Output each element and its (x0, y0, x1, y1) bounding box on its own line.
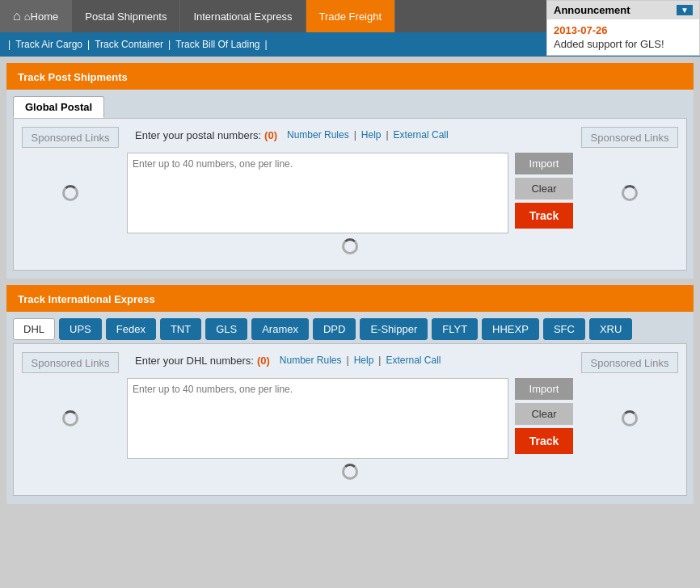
announcement-header: Announcement ▼ (547, 1, 699, 19)
intl-input-row: Import Clear Track (127, 378, 573, 459)
carrier-tab-tnt[interactable]: TNT (160, 318, 201, 340)
postal-input-label: Enter your postal numbers: (135, 129, 261, 141)
intl-main-content: Import Clear Track (22, 378, 678, 459)
postal-spinner-bottom (342, 238, 358, 254)
carrier-tab-xru[interactable]: XRU (589, 318, 632, 340)
carrier-tab-dpd[interactable]: DPD (313, 318, 356, 340)
intl-section-title: Track International Express (18, 293, 155, 305)
postal-count: (0) (264, 129, 277, 141)
home-icon: ⌂ (24, 10, 31, 23)
carrier-tab-gls-label: GLS (216, 323, 237, 335)
postal-number-rules[interactable]: Number Rules (287, 129, 349, 141)
subnav-container[interactable]: Track Container (91, 39, 167, 50)
postal-clear-button[interactable]: Clear (515, 178, 573, 200)
carrier-tab-hhexp-label: HHEXP (492, 323, 529, 335)
intl-content-area: Sponsored Links Enter your DHL numbers: … (13, 343, 687, 496)
carrier-tab-sfc[interactable]: SFC (543, 318, 585, 340)
intl-track-button[interactable]: Track (515, 428, 573, 454)
postal-right-spinner (581, 153, 678, 233)
postal-textarea[interactable] (127, 153, 508, 233)
subnav-air-cargo[interactable]: Track Air Cargo (12, 39, 86, 50)
tab-global-postal[interactable]: Global Postal (13, 96, 104, 118)
announcement-date: 2013-07-26 (554, 24, 693, 36)
carrier-tab-aramex[interactable]: Aramex (251, 318, 309, 340)
intl-left-spinner (22, 378, 119, 459)
postal-tab-bar: Global Postal (6, 90, 694, 118)
announcement-panel: Announcement ▼ 2013-07-26 Added support … (546, 0, 700, 56)
announcement-toggle[interactable]: ▼ (677, 5, 693, 15)
postal-bottom-spinner (22, 233, 678, 262)
nav-postal-label: Postal Shipments (85, 10, 167, 23)
intl-input-label-row: Enter your DHL numbers: (0) Number Rules… (119, 352, 581, 368)
intl-input-label: Enter your DHL numbers: (135, 355, 254, 367)
carrier-tab-ups-label: UPS (70, 323, 91, 335)
carrier-tab-sfc-label: SFC (554, 323, 575, 335)
postal-left-spinner (22, 153, 119, 233)
nav-trade[interactable]: Trade Freight (306, 0, 396, 32)
carrier-tab-xru-label: XRU (600, 323, 622, 335)
postal-sponsored-left: Sponsored Links (22, 127, 119, 148)
postal-external-call[interactable]: External Call (394, 129, 449, 141)
intl-sponsored-right: Sponsored Links (581, 352, 678, 373)
nav-home[interactable]: ⌂ Home (0, 0, 72, 32)
intl-section: Track International Express DHL UPS Fede… (6, 285, 694, 504)
intl-textarea[interactable] (127, 378, 508, 459)
intl-spinner-right (622, 410, 638, 426)
postal-input-label-row: Enter your postal numbers: (0) Number Ru… (119, 127, 581, 143)
intl-right-spinner (581, 378, 678, 459)
intl-external-call[interactable]: External Call (386, 355, 441, 366)
carrier-tab-eshipper-label: E-Shipper (370, 323, 417, 335)
postal-section-title: Track Post Shipments (18, 71, 128, 83)
postal-content-area: Sponsored Links Enter your postal number… (13, 118, 687, 271)
postal-section: Track Post Shipments Global Postal Spons… (6, 63, 694, 279)
postal-help[interactable]: Help (361, 129, 382, 141)
nav-intl-label: International Express (193, 10, 292, 23)
intl-count: (0) (257, 355, 270, 367)
nav-home-label: Home (31, 10, 59, 23)
announcement-body: 2013-07-26 Added support for GLS! (547, 19, 699, 55)
carrier-tab-eshipper[interactable]: E-Shipper (360, 318, 428, 340)
intl-sponsored-left: Sponsored Links (22, 352, 119, 373)
carrier-tab-dhl-label: DHL (23, 323, 44, 335)
carrier-tab-fedex-label: Fedex (116, 323, 145, 335)
carrier-tab-dpd-label: DPD (323, 323, 345, 335)
carrier-tab-dhl[interactable]: DHL (13, 318, 55, 340)
intl-section-header: Track International Express (6, 285, 694, 312)
carrier-tab-fedex[interactable]: Fedex (106, 318, 156, 340)
carrier-tab-gls[interactable]: GLS (205, 318, 247, 340)
nav-postal[interactable]: Postal Shipments (72, 0, 180, 32)
intl-btn-col: Import Clear Track (515, 378, 573, 459)
postal-input-section: Import Clear Track (127, 153, 573, 233)
announcement-text: Added support for GLS! (554, 38, 693, 50)
intl-spinner-bottom (342, 464, 358, 480)
intl-spinner-left (62, 410, 78, 426)
subnav-sep-3: | (263, 39, 268, 50)
intl-bottom-spinner (22, 459, 678, 487)
postal-sponsored-right: Sponsored Links (581, 127, 678, 148)
subnav-sep-2: | (167, 39, 172, 50)
nav-intl[interactable]: International Express (180, 0, 306, 32)
carrier-tab-hhexp[interactable]: HHEXP (482, 318, 539, 340)
intl-input-section: Import Clear Track (127, 378, 573, 459)
carrier-tab-ups[interactable]: UPS (59, 318, 102, 340)
carrier-tab-flyt[interactable]: FLYT (432, 318, 478, 340)
carrier-tab-tnt-label: TNT (171, 323, 191, 335)
postal-main-content: Import Clear Track (22, 153, 678, 233)
postal-import-button[interactable]: Import (515, 153, 573, 174)
carrier-tab-bar: DHL UPS Fedex TNT GLS Aramex DPD E-Shipp… (6, 312, 694, 343)
intl-clear-button[interactable]: Clear (515, 403, 573, 425)
intl-number-rules[interactable]: Number Rules (280, 355, 342, 366)
postal-track-button[interactable]: Track (515, 203, 573, 229)
tab-global-postal-label: Global Postal (25, 101, 92, 113)
postal-btn-col: Import Clear Track (515, 153, 573, 233)
subnav-sep-start: | (6, 39, 12, 50)
subnav-bol[interactable]: Track Bill Of Lading (172, 39, 263, 50)
intl-import-button[interactable]: Import (515, 378, 573, 400)
postal-spinner-left (62, 185, 78, 201)
nav-trade-label: Trade Freight (319, 10, 382, 23)
intl-help[interactable]: Help (354, 355, 374, 366)
subnav-sep-1: | (86, 39, 91, 50)
carrier-tab-flyt-label: FLYT (442, 323, 467, 335)
postal-spinner-right (622, 185, 638, 201)
postal-section-header: Track Post Shipments (6, 63, 694, 90)
